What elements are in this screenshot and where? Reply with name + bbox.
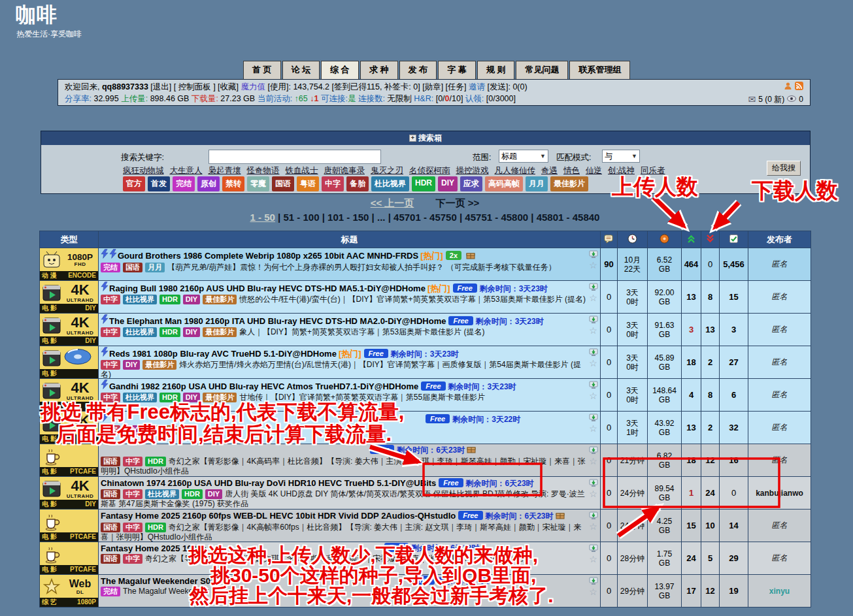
snatched-column-header[interactable] [720,231,748,248]
seeders-count[interactable]: 24 [682,542,701,575]
snatched-count[interactable]: 15 [720,281,748,314]
seeders-count[interactable]: 17 [682,575,701,608]
seeders-column-header[interactable] [682,231,701,248]
seeders-count[interactable]: 13 [682,412,701,444]
leechers-count[interactable]: 2 [701,412,720,444]
tag-badge[interactable]: DIY [205,489,222,499]
torrent-title-link[interactable]: Fantasy Home 2025 2160p 60fps WEB-DL HEV… [101,511,456,521]
category-cell[interactable]: 4KULTRAHD电 影DIY [40,281,98,313]
tag-badge[interactable]: DIY [183,295,200,304]
comments-count[interactable]: 0 [601,444,618,477]
tag-badge[interactable]: HDR [145,523,166,532]
download-icon[interactable] [589,446,598,457]
tag-badge[interactable]: 杜比视界 [145,489,179,499]
category-cell[interactable]: 4KULTRAHD电 影DIY [40,477,98,509]
tag-badge[interactable]: 中字 [101,360,120,370]
download-icon[interactable] [589,479,598,489]
bookmark-star-icon[interactable]: ☆ [589,490,597,498]
category-cell[interactable]: 电 影PTCAFE [40,542,98,574]
category-filter-button[interactable]: 应求 [460,176,482,191]
time-column-header[interactable] [618,231,648,248]
comments-count[interactable]: 0 [601,542,618,575]
comments-count[interactable]: 0 [601,510,618,542]
search-panel-title[interactable]: +搜索箱 [41,131,810,145]
hot-keyword-link[interactable]: 铁血战士 [286,166,318,175]
seeders-count[interactable]: 1 [682,477,701,510]
mail-count[interactable]: 5 (0 新) [758,93,784,105]
category-cell[interactable]: 1080PFHD动 漫ENCODE [40,248,98,280]
nav-tab[interactable]: 联系管理组 [569,61,630,79]
hot-keyword-link[interactable]: 鬼灭之刃 [371,166,403,175]
match-mode-select[interactable]: 与▼ [602,150,640,163]
nav-tab[interactable]: 常见问题 [516,61,568,79]
snatched-count[interactable]: 27 [720,346,748,379]
hot-keyword-link[interactable]: 唐朝诡事录 [324,166,365,175]
download-icon[interactable] [589,348,598,359]
category-filter-button[interactable]: 官方 [123,176,145,191]
hot-keyword-link[interactable]: 凡人修仙传 [495,166,536,175]
hot-keyword-link[interactable]: 奇遇 [541,166,558,175]
publisher-column-header[interactable]: 发布者 [748,231,811,248]
eye-icon[interactable] [787,93,796,105]
nav-tab[interactable]: 发 布 [399,61,437,79]
seeders-count[interactable]: 13 [682,281,701,314]
comments-count[interactable]: 0 [601,575,618,608]
torrent-title-link[interactable]: Chinatown 1974 2160p USA UHD Blu-ray DoV… [101,478,436,488]
tag-badge[interactable]: 中字 [123,554,142,564]
category-filter-button[interactable]: HDR [412,176,435,191]
torrent-title-link[interactable]: Reds 1981 1080p Blu-ray AVC TrueHD 5.1-D… [109,349,337,359]
publisher-name[interactable]: xinyu [769,587,790,596]
leechers-count[interactable]: 10 [701,510,720,542]
page-link[interactable]: ... [377,212,386,223]
nav-tab[interactable]: 综 合 [321,61,359,79]
tag-badge[interactable]: HDR [182,489,203,499]
hot-keyword-link[interactable]: 名侦探柯南 [409,166,450,175]
comments-column-header[interactable] [601,231,618,248]
tag-badge[interactable]: 杜比视界 [123,295,157,304]
comments-count[interactable]: 90 [601,248,618,281]
mail-icon[interactable]: ✉ [748,93,756,105]
category-cell[interactable]: WebDL综 艺1080P [40,575,98,607]
category-filter-button[interactable]: 最佳影片 [550,176,588,191]
tag-badge[interactable]: 最佳影片 [142,360,176,370]
size-column-header[interactable] [648,231,682,248]
page-link[interactable]: 1 - 50 [250,212,275,223]
category-filter-button[interactable]: 杜比视界 [371,176,409,191]
hot-keyword-link[interactable]: 仙逆 [586,166,602,175]
seeders-count[interactable]: 464 [682,248,701,281]
seeders-count[interactable]: 3 [682,314,701,346]
hot-keyword-link[interactable]: 情色 [563,166,580,175]
category-filter-button[interactable]: 完结 [173,176,195,191]
page-link[interactable]: 45701 - 45750 [393,212,457,223]
category-cell[interactable]: 电 影PTCAFE [40,510,98,542]
category-cell[interactable]: 电 影 [40,346,98,378]
category-filter-button[interactable]: 国语 [272,176,294,191]
bookmark-star-icon[interactable]: ☆ [589,555,597,563]
snatched-count[interactable]: 19 [720,575,748,608]
tag-badge[interactable]: HDR [159,295,180,304]
download-icon[interactable] [589,511,598,522]
nav-tab[interactable]: 论 坛 [282,61,320,79]
download-icon[interactable] [589,413,598,424]
tag-badge[interactable]: 完结 [101,587,120,596]
nav-tab[interactable]: 字 幕 [438,61,476,79]
leechers-count[interactable]: 0 [701,248,720,281]
tag-badge[interactable]: 最佳影片 [203,327,237,337]
download-icon[interactable] [589,544,598,555]
download-icon[interactable] [589,316,598,326]
hot-keyword-link[interactable]: 大生意人 [170,166,203,175]
tag-badge[interactable]: HDR [145,457,166,466]
tag-badge[interactable]: DIY [183,327,200,337]
torrent-title-link[interactable]: Gourd Brothers 1986 Complete Webrip 1080… [118,251,418,261]
invite-friend-icon[interactable] [784,82,792,93]
search-input[interactable] [209,150,381,164]
tag-badge[interactable]: 国语 [101,554,120,564]
publisher-name[interactable]: kanbujianwo [756,489,803,498]
tag-badge[interactable]: 国语 [101,457,120,466]
tag-badge[interactable]: 国语 [123,263,142,272]
hot-keyword-link[interactable]: 疯狂动物城 [123,166,164,175]
snatched-count[interactable]: 6 [720,379,748,412]
tag-badge[interactable]: 月月 [145,263,165,272]
category-filter-button[interactable]: 原创 [197,176,220,191]
seeders-count[interactable]: 18 [682,444,701,477]
